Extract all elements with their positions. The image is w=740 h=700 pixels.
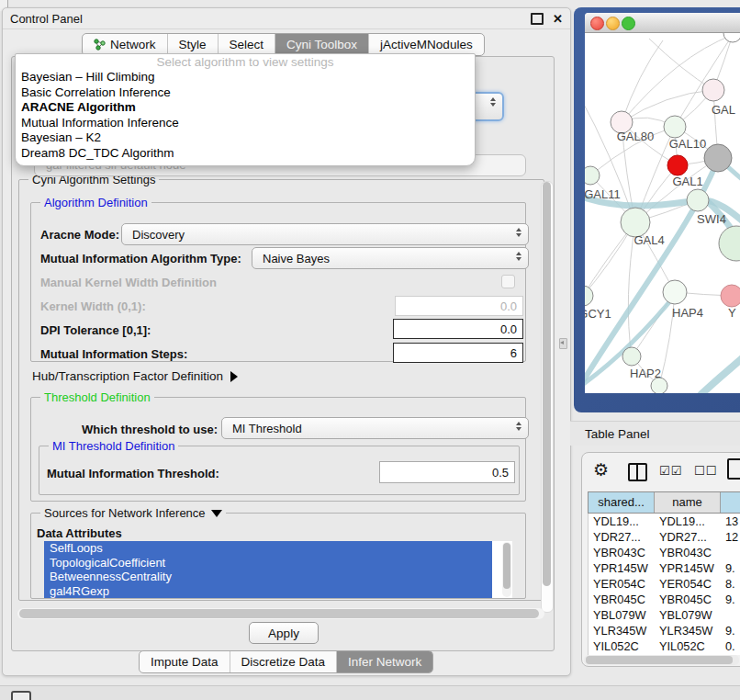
algorithm-option[interactable]: ARACNE Algorithm <box>16 100 475 116</box>
which-threshold-combo[interactable]: MI Threshold <box>221 417 529 439</box>
aracne-mode-label: Aracne Mode: <box>40 228 119 242</box>
table-horizontal-scrollbar[interactable] <box>584 655 739 665</box>
network-node-HAP4[interactable] <box>663 280 687 304</box>
table-row[interactable]: YLR345WYLR345W9. <box>589 623 740 638</box>
aracne-mode-combo[interactable]: Discovery <box>121 223 529 245</box>
scrollbar-thumb[interactable] <box>586 656 733 664</box>
node-label: GAL1 <box>672 175 702 188</box>
table-cell: YBR045C <box>655 592 721 607</box>
bottom-left-grip[interactable] <box>11 691 31 700</box>
column-header[interactable]: name <box>655 492 721 513</box>
network-window-frame[interactable]: GALGAL80GAL10GAL1GAL11SWI4GAL4GCY1HAP4YH… <box>574 7 740 412</box>
table-cell: 8. <box>721 576 740 592</box>
tab-label: Discretize Data <box>241 655 326 669</box>
deselect-all-icon[interactable]: ☐☐ <box>694 464 717 478</box>
table-cell: 12 <box>721 529 740 545</box>
tab-jactivemnodules[interactable]: jActiveMNodules <box>368 34 484 55</box>
kernel-width-field[interactable]: 0.0 <box>395 296 523 316</box>
mi-threshold-field[interactable]: 0.5 <box>379 461 515 483</box>
attribute-item[interactable]: BetweennessCentrality <box>44 570 492 584</box>
network-node-GAL1[interactable] <box>667 155 688 175</box>
tab-cyni-toolbox[interactable]: Cyni Toolbox <box>275 34 368 55</box>
manual-kernel-width-checkbox[interactable] <box>501 275 515 288</box>
close-icon[interactable]: ✕ <box>553 13 563 25</box>
settings-vertical-scrollbar[interactable] <box>541 181 554 613</box>
tab-discretize-data[interactable]: Discretize Data <box>230 651 337 672</box>
algorithm-option[interactable]: Dream8 DC_TDC Algorithm <box>16 146 475 162</box>
mi-algorithm-type-combo[interactable]: Naive Bayes <box>252 247 529 269</box>
network-node-gray[interactable] <box>704 144 732 172</box>
table-row[interactable]: YBR043CYBR043C <box>589 545 740 560</box>
mi-algorithm-type-value: Naive Bayes <box>263 252 330 265</box>
network-window-titlebar[interactable] <box>585 13 740 33</box>
network-canvas[interactable]: GALGAL80GAL10GAL1GAL11SWI4GAL4GCY1HAP4YH… <box>585 33 740 393</box>
column-header[interactable] <box>721 492 740 513</box>
table-cell: YDL19... <box>589 514 655 529</box>
network-node-SWI4[interactable] <box>687 189 709 211</box>
table-row[interactable]: YPR145WYPR145W9. <box>589 560 740 576</box>
node-table: shared...name YDL19...YDL19...13YDR27...… <box>588 491 740 655</box>
select-all-icon[interactable]: ☑☑ <box>659 464 682 478</box>
hub-expander[interactable]: Hub/Transcription Factor Definition <box>32 369 238 383</box>
column-header[interactable]: shared... <box>589 492 655 513</box>
settings-gear-icon[interactable]: ⚙ <box>593 459 609 480</box>
table-row[interactable]: YDL19...YDL19...13 <box>589 514 740 529</box>
table-row[interactable]: YDR27...YDR27...12 <box>589 529 740 545</box>
network-node-HAP2[interactable] <box>622 347 641 366</box>
tab-infer-network[interactable]: Infer Network <box>336 651 432 672</box>
float-window-icon[interactable] <box>531 13 544 25</box>
algorithm-option[interactable]: Mutual Information Inference <box>16 116 475 131</box>
scrollbar-thumb[interactable] <box>543 182 551 586</box>
data-attributes-list[interactable]: SelfLoopsTopologicalCoefficientBetweenne… <box>44 541 512 598</box>
attribute-item[interactable]: TopologicalCoefficient <box>44 556 492 570</box>
table-cell: YIL052C <box>655 638 721 654</box>
scrollbar-thumb[interactable] <box>19 609 539 618</box>
combo-stepper-icon <box>490 97 496 107</box>
mi-steps-field[interactable]: 6 <box>393 343 523 363</box>
tab-network[interactable]: Network <box>83 34 167 55</box>
table-cell: 9. <box>721 623 740 638</box>
dpi-tolerance-field[interactable]: 0.0 <box>393 319 523 339</box>
mi-algorithm-type-label: Mutual Information Algorithm Type: <box>40 252 241 265</box>
tab-label: Impute Data <box>151 655 219 669</box>
table-row[interactable]: YER054CYER054C8. <box>589 576 740 592</box>
minimize-button[interactable] <box>606 17 620 30</box>
network-node-salmon[interactable] <box>721 285 740 307</box>
network-node-big-right[interactable] <box>719 226 740 261</box>
network-node-GCY1[interactable] <box>585 286 593 306</box>
settings-horizontal-scrollbar[interactable] <box>17 608 544 619</box>
zoom-button[interactable] <box>622 17 635 30</box>
table-cell: YPR145W <box>589 560 655 576</box>
algorithm-option[interactable]: Bayesian – Hill Climbing <box>16 70 475 85</box>
panel-splitter-grip[interactable] <box>559 338 567 349</box>
tab-select[interactable]: Select <box>218 34 275 55</box>
control-panel-window: Control Panel ✕ NetworkStyleSelectCyni T… <box>2 7 571 676</box>
collapse-arrow-icon[interactable] <box>211 510 222 517</box>
attribute-item[interactable]: SelfLoops <box>44 541 492 556</box>
close-button[interactable] <box>590 17 604 30</box>
which-threshold-value: MI Threshold <box>232 422 302 435</box>
network-node-GAL10[interactable] <box>664 116 686 138</box>
network-edge-highlighted <box>699 353 740 393</box>
split-panel-icon[interactable] <box>628 463 647 481</box>
attribute-item[interactable]: gal4RGexp <box>44 584 492 599</box>
new-document-icon[interactable] <box>727 458 740 480</box>
algorithm-option[interactable]: Basic Correlation Inference <box>16 85 475 101</box>
table-row[interactable]: YIL052CYIL052C0. <box>589 638 740 654</box>
expander-arrow-icon <box>230 371 238 382</box>
combo-stepper-icon <box>516 422 521 431</box>
tab-impute-data[interactable]: Impute Data <box>140 651 230 672</box>
network-node-GAL11[interactable] <box>585 166 600 185</box>
attributes-scrollbar[interactable] <box>502 542 511 597</box>
network-node-top-partial[interactable] <box>723 33 740 42</box>
apply-button[interactable]: Apply <box>249 622 319 644</box>
hub-expander-label: Hub/Transcription Factor Definition <box>32 369 223 383</box>
algorithm-option[interactable]: Bayesian – K2 <box>16 130 475 146</box>
table-cell: YLR345W <box>589 623 655 638</box>
node-label: HAP4 <box>672 306 703 320</box>
bottom-tabbar: Impute DataDiscretize DataInfer Network <box>139 650 433 673</box>
table-row[interactable]: YBR045CYBR045C9. <box>589 592 740 607</box>
network-node-gal-pink[interactable] <box>702 79 724 101</box>
table-row[interactable]: YBL079WYBL079W <box>589 607 740 623</box>
tab-style[interactable]: Style <box>167 34 218 55</box>
